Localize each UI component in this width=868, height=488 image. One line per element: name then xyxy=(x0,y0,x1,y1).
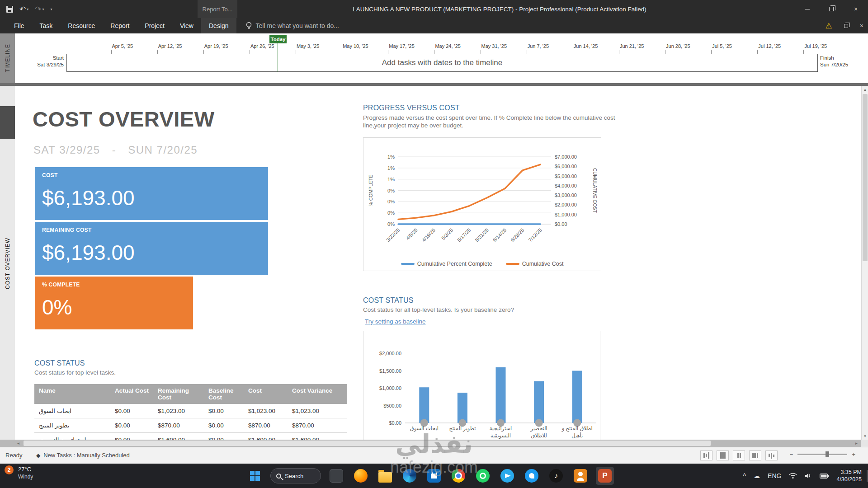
horizontal-scroll-thumb[interactable] xyxy=(24,441,711,446)
svg-text:4/19/25: 4/19/25 xyxy=(421,227,436,243)
restore-icon[interactable] xyxy=(844,24,848,28)
timeline-tick-mark xyxy=(573,50,573,54)
ribbon-tab[interactable]: Project xyxy=(137,18,172,33)
cost-status-table[interactable]: NameActual CostRemaining CostBaseline Co… xyxy=(34,384,347,440)
tiktok-app[interactable]: ♪ xyxy=(547,467,565,485)
close-icon[interactable]: × xyxy=(860,22,863,29)
tab-design[interactable]: Design xyxy=(201,18,236,33)
svg-text:5/17/25: 5/17/25 xyxy=(456,227,472,243)
redo-button[interactable]: ↷▾ xyxy=(35,5,44,14)
set-baseline-link[interactable]: Try setting as baseline xyxy=(365,318,426,325)
table-row[interactable]: استراتيجية التسويق$0.00$1,600.00$0.00$1,… xyxy=(34,433,347,440)
app-icon-dark[interactable] xyxy=(327,467,345,485)
language-indicator[interactable]: ENG xyxy=(768,472,781,479)
svg-text:5/3/25: 5/3/25 xyxy=(440,227,454,241)
contacts-app[interactable] xyxy=(571,467,590,485)
ribbon-tab[interactable]: View xyxy=(172,18,201,33)
tell-me-label: Tell me what you want to do... xyxy=(256,22,339,29)
save-button[interactable] xyxy=(6,6,13,13)
ribbon-right-controls: ⚠ × xyxy=(826,18,863,33)
scroll-right-arrow[interactable]: ► xyxy=(853,440,860,447)
weather-condition: Windy xyxy=(18,474,33,480)
chrome-app[interactable] xyxy=(449,467,467,485)
gantt-chart-view-button[interactable] xyxy=(700,450,712,460)
cost-status-right-heading: COST STATUS xyxy=(363,296,414,305)
project-app-active[interactable]: P xyxy=(596,467,614,485)
new-tasks-mode-button[interactable]: ◆ New Tasks : Manually Scheduled xyxy=(36,452,130,459)
svg-text:1%: 1% xyxy=(387,177,395,182)
title-bar: ↶▾ ↷▾ ▾ Report To... LAUNCHING A NEW PRO… xyxy=(0,0,868,18)
scroll-down-arrow[interactable]: ▼ xyxy=(862,432,868,440)
table-row[interactable]: ابحاث السوق$0.00$1,023.00$0.00$1,023.00$… xyxy=(34,404,347,418)
ribbon-tab[interactable]: Report xyxy=(103,18,137,33)
tray-time: 3:35 PM xyxy=(840,469,862,475)
timeline-tick-label: Jun 14, '25 xyxy=(574,43,598,49)
cost-card[interactable]: COST $6,193.00 xyxy=(35,167,268,220)
edge-app[interactable] xyxy=(401,467,419,485)
svg-text:التحضير: التحضير xyxy=(530,426,547,432)
search-box[interactable]: Search xyxy=(270,468,321,483)
wifi-icon[interactable] xyxy=(789,473,797,479)
activation-warning-icon[interactable]: ⚠ xyxy=(826,21,832,31)
percent-complete-card[interactable]: % COMPLETE 0% xyxy=(35,277,193,329)
clock[interactable]: 3:35 PM 4/30/2025 xyxy=(836,469,862,483)
microsoft-store-app[interactable] xyxy=(425,467,443,485)
legend-swatch xyxy=(506,263,519,265)
progress-vs-cost-chart[interactable]: 1%1%1%0%0%0%0%$7,000.00$6,000.00$5,000.0… xyxy=(363,137,601,271)
tray-chevron-up[interactable]: ^ xyxy=(743,472,746,479)
vertical-scroll-thumb[interactable] xyxy=(863,94,868,261)
timeline-start: StartSat 3/29/25 xyxy=(15,55,64,68)
firefox-app[interactable] xyxy=(352,467,370,485)
svg-text:0%: 0% xyxy=(387,199,395,204)
undo-button[interactable]: ↶▾ xyxy=(19,5,28,14)
scroll-up-arrow[interactable]: ▲ xyxy=(862,86,868,93)
timeline-tick-mark xyxy=(296,50,296,54)
horizontal-scrollbar[interactable]: ◄ ► xyxy=(0,440,868,447)
vertical-scrollbar[interactable]: ▲ ▼ xyxy=(861,86,868,440)
zoom-out-button[interactable]: − xyxy=(790,451,793,458)
resource-sheet-view-button[interactable] xyxy=(749,450,761,460)
table-row[interactable]: تطوير المنتج$0.00$870.00$0.00$870.00$870… xyxy=(34,418,347,433)
team-planner-view-button[interactable] xyxy=(733,450,745,460)
messenger-app[interactable] xyxy=(523,467,541,485)
timeline-canvas[interactable]: Apr 5, '25Apr 12, '25Apr 19, '25Apr 26, … xyxy=(15,33,868,83)
report-tools-contextual-tab[interactable]: Report To... xyxy=(198,0,237,18)
scroll-left-arrow[interactable]: ◄ xyxy=(15,440,22,447)
ribbon-tab[interactable]: File xyxy=(6,18,32,33)
file-explorer-app[interactable] xyxy=(376,467,394,485)
onedrive-cloud-icon[interactable]: ☁ xyxy=(754,472,760,479)
timeline-tick-mark xyxy=(757,50,758,54)
timeline-tick-mark xyxy=(527,50,527,54)
whatsapp-app[interactable] xyxy=(474,467,492,485)
tell-me-box[interactable]: Tell me what you want to do... xyxy=(241,18,344,33)
ribbon-tab[interactable]: Task xyxy=(32,18,61,33)
timeline-tick-label: Apr 12, '25 xyxy=(158,43,182,49)
customize-qat-button[interactable]: ▾ xyxy=(51,7,52,11)
remaining-cost-card[interactable]: REMAINING COST $6,193.00 xyxy=(35,222,268,275)
zoom-slider-thumb[interactable] xyxy=(826,451,829,457)
timeline-tick-mark xyxy=(157,50,158,54)
weather-widget[interactable]: 2 27°CWindy xyxy=(5,466,33,480)
report-tab-indicator[interactable] xyxy=(0,106,15,139)
task-usage-view-button[interactable] xyxy=(717,450,729,460)
report-view-button[interactable] xyxy=(765,450,778,460)
volume-icon[interactable] xyxy=(805,473,812,479)
svg-text:5/31/25: 5/31/25 xyxy=(474,227,489,243)
minimize-button[interactable] xyxy=(795,0,819,18)
battery-icon[interactable] xyxy=(820,474,829,479)
cost-cell: $1,023.00 xyxy=(244,404,288,418)
zoom-slider[interactable] xyxy=(797,454,847,455)
legend-label: Cumulative Cost xyxy=(522,261,564,267)
zoom-in-button[interactable]: + xyxy=(852,451,855,458)
report-canvas[interactable]: COST OVERVIEW SAT 3/29/25 - SUN 7/20/25 … xyxy=(15,86,861,440)
report-tab-cost-overview[interactable]: COST OVERVIEW xyxy=(0,230,15,296)
timeline-bar[interactable]: Add tasks with dates to the timeline xyxy=(66,54,818,72)
start-button[interactable] xyxy=(246,467,264,485)
close-button[interactable]: × xyxy=(844,0,868,18)
ribbon-tab[interactable]: Resource xyxy=(60,18,103,33)
svg-text:$0.00: $0.00 xyxy=(389,420,401,426)
timeline-pane-tab[interactable]: TIMELINE xyxy=(0,33,15,83)
cost-status-chart[interactable]: $2,000.00$1,500.00$1,000.00$500.00$0.00ا… xyxy=(363,331,600,440)
telegram-app[interactable] xyxy=(498,467,516,485)
restore-button[interactable] xyxy=(819,0,844,18)
